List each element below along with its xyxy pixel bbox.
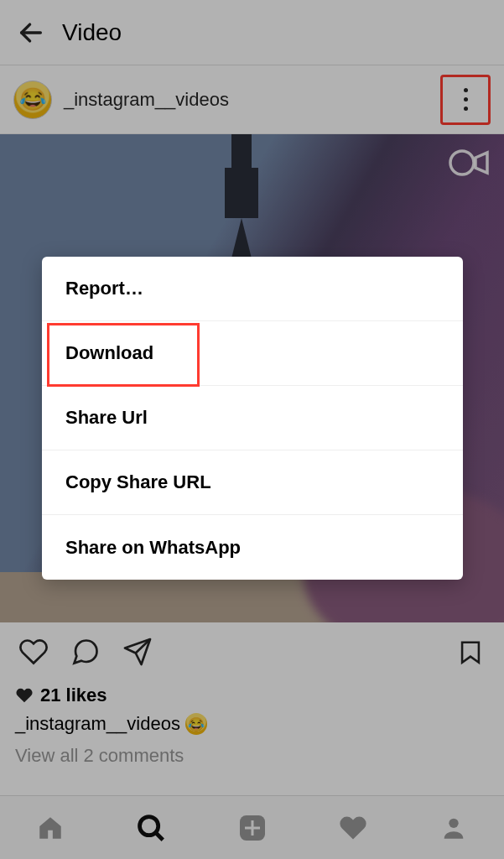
menu-item-copy-share-url[interactable]: Copy Share URL	[42, 450, 463, 515]
menu-item-share-whatsapp[interactable]: Share on WhatsApp	[42, 515, 463, 580]
menu-item-report[interactable]: Report…	[42, 257, 463, 321]
options-menu: Report… Download Share Url Copy Share UR…	[42, 257, 463, 580]
menu-item-download[interactable]: Download	[42, 321, 463, 386]
menu-item-share-url[interactable]: Share Url	[42, 386, 463, 450]
